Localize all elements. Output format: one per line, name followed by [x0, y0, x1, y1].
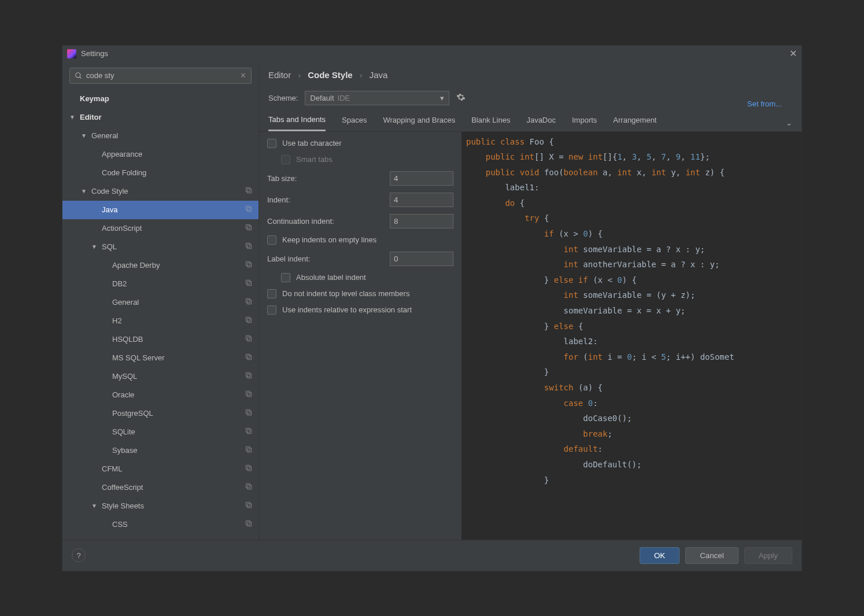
cancel-button[interactable]: Cancel [685, 547, 739, 564]
close-icon[interactable]: ✕ [789, 48, 797, 59]
tree-item-sqlite[interactable]: SQLite [62, 423, 259, 441]
svg-rect-25 [246, 391, 250, 395]
tree-item-general[interactable]: ▼General [62, 127, 259, 145]
breadcrumb-java[interactable]: Java [370, 70, 388, 80]
breadcrumb-editor[interactable]: Editor [268, 70, 291, 80]
indents-form: Use tab character Smart tabs Tab size: I… [259, 132, 461, 540]
tree-item-editor[interactable]: ▼Editor [62, 108, 259, 127]
tree-item-keymap[interactable]: Keymap [62, 90, 259, 108]
tab-spaces[interactable]: Spaces [342, 116, 367, 130]
tree-item-general[interactable]: General [62, 293, 259, 312]
indent-input[interactable] [390, 193, 453, 207]
abs-label-checkbox[interactable]: Absolute label indent [267, 273, 453, 282]
expand-arrow-icon: ▼ [69, 114, 75, 120]
svg-rect-39 [246, 521, 250, 525]
copy-icon [245, 501, 253, 511]
tab-tabs-and-indents[interactable]: Tabs and Indents [268, 115, 326, 131]
breadcrumb-codestyle[interactable]: Code Style [308, 70, 353, 80]
gear-icon[interactable] [456, 93, 466, 104]
tree-item-coffeescript[interactable]: CoffeeScript [62, 478, 259, 497]
tree-item-code-folding[interactable]: Code Folding [62, 164, 259, 182]
copy-icon [245, 279, 253, 289]
tree-item-css[interactable]: CSS [62, 515, 259, 534]
tree-item-java[interactable]: Java [62, 201, 259, 219]
svg-rect-3 [246, 187, 250, 191]
code-line: int someVariable = a ? x : y; [465, 242, 802, 257]
code-line: } [465, 473, 802, 488]
scheme-suffix: IDE [338, 94, 350, 102]
svg-rect-29 [246, 428, 250, 432]
tree-item-style-sheets[interactable]: ▼Style Sheets [62, 497, 259, 515]
copy-icon [245, 205, 253, 215]
scheme-label: Scheme: [268, 94, 298, 102]
svg-rect-17 [246, 317, 250, 321]
svg-rect-33 [246, 465, 250, 469]
set-from-link[interactable]: Set from... [747, 88, 792, 108]
no-top-indent-checkbox[interactable]: Do not indent top level class members [267, 289, 453, 298]
sidebar: ✕ Keymap▼Editor▼GeneralAppearanceCode Fo… [62, 62, 259, 540]
footer: ? OK Cancel Apply [62, 540, 802, 571]
copy-icon [245, 371, 253, 381]
tree-item-code-style[interactable]: ▼Code Style [62, 182, 259, 201]
clear-search-icon[interactable]: ✕ [240, 71, 246, 80]
copy-icon [245, 408, 253, 418]
copy-icon [245, 223, 253, 233]
svg-rect-6 [248, 226, 252, 230]
tree-item-db2[interactable]: DB2 [62, 275, 259, 293]
tree-item-cfml[interactable]: CFML [62, 460, 259, 478]
svg-rect-26 [248, 411, 252, 415]
tree-item-ms-sql-server[interactable]: MS SQL Server [62, 349, 259, 367]
settings-dialog: Settings ✕ ✕ Keymap▼Editor▼GeneralAppear… [62, 45, 802, 571]
tree-item-h2[interactable]: H2 [62, 312, 259, 330]
keep-empty-checkbox[interactable]: Keep indents on empty lines [267, 235, 453, 245]
code-line: do { [465, 196, 802, 211]
svg-rect-32 [248, 467, 252, 471]
code-line: try { [465, 211, 802, 226]
cont-indent-input[interactable] [390, 214, 453, 228]
use-tab-checkbox[interactable]: Use tab character [267, 139, 453, 148]
tabs-more-icon[interactable]: ⌄ [786, 119, 792, 127]
label-indent-input[interactable] [390, 252, 453, 266]
expand-arrow-icon: ▼ [91, 244, 97, 250]
ok-button[interactable]: OK [640, 547, 680, 564]
search-box[interactable]: ✕ [69, 68, 252, 84]
chevron-right-icon: › [298, 70, 301, 80]
code-line: public void foo(boolean a, int x, int y,… [465, 165, 802, 180]
copy-icon [245, 353, 253, 363]
tab-blank-lines[interactable]: Blank Lines [471, 116, 510, 130]
svg-rect-30 [248, 448, 252, 452]
search-input[interactable] [86, 71, 240, 80]
indent-row: Indent: [267, 193, 453, 207]
code-line: label1: [465, 180, 802, 196]
tree-item-appearance[interactable]: Appearance [62, 145, 259, 164]
svg-rect-12 [248, 282, 252, 286]
svg-rect-13 [246, 280, 250, 284]
tree-item-sybase[interactable]: Sybase [62, 441, 259, 460]
code-line: doDefault(); [465, 457, 802, 473]
code-preview: public class Foo { public int[] X = new … [461, 132, 802, 540]
tabs-row: Tabs and IndentsSpacesWrapping and Brace… [259, 108, 802, 132]
apply-button[interactable]: Apply [744, 547, 792, 564]
svg-rect-9 [246, 243, 250, 247]
search-icon [75, 72, 83, 80]
tab-wrapping-and-braces[interactable]: Wrapping and Braces [383, 116, 455, 130]
tab-size-input[interactable] [390, 171, 453, 186]
help-button[interactable]: ? [72, 548, 86, 562]
tab-javadoc[interactable]: JavaDoc [526, 116, 556, 130]
code-line: int anotherVariable = a ? x : y; [465, 257, 802, 272]
tab-arrangement[interactable]: Arrangement [613, 116, 656, 130]
tree-item-postgresql[interactable]: PostgreSQL [62, 404, 259, 423]
scheme-select[interactable]: Default IDE ▾ [305, 91, 449, 105]
tree-item-oracle[interactable]: Oracle [62, 386, 259, 404]
copy-icon [245, 445, 253, 455]
tree-item-apache-derby[interactable]: Apache Derby [62, 256, 259, 275]
tree-item-hsqldb[interactable]: HSQLDB [62, 330, 259, 349]
tree-item-actionscript[interactable]: ActionScript [62, 219, 259, 238]
copy-icon [245, 186, 253, 196]
code-line: if (x > 0) { [465, 226, 802, 242]
tree-item-sql[interactable]: ▼SQL [62, 238, 259, 256]
rel-expr-checkbox[interactable]: Use indents relative to expression start [267, 305, 453, 315]
tree-item-mysql[interactable]: MySQL [62, 367, 259, 386]
svg-rect-18 [248, 337, 252, 341]
tab-imports[interactable]: Imports [572, 116, 597, 130]
